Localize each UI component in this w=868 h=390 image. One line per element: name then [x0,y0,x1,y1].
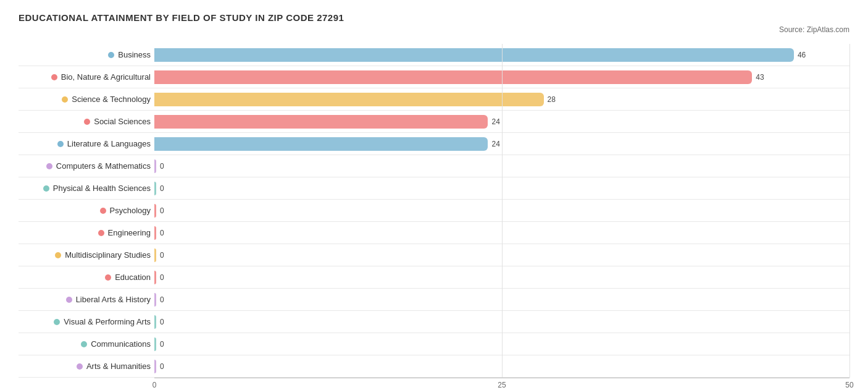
bar-label-text: Psychology [110,206,151,216]
bar-row: Literature & Languages24 [19,133,849,155]
bar-fill [154,93,544,106]
bar-label-text: Engineering [108,228,151,238]
chart-area: Business46Bio, Nature & Agricultural43Sc… [19,44,849,378]
color-dot [46,163,52,169]
bar-fill [154,315,156,329]
color-dot [57,141,64,147]
color-dot [55,252,61,258]
color-dot [98,230,104,236]
bar-label: Bio, Nature & Agricultural [19,72,154,82]
bar-row: Communications0 [19,333,849,355]
bar-row: Social Sciences24 [19,111,849,133]
bar-track: 0 [154,222,849,244]
bar-label-text: Literature & Languages [67,139,151,149]
bar-fill [154,137,488,151]
bar-row: Computers & Mathematics0 [19,155,849,177]
bar-label-text: Bio, Nature & Agricultural [61,72,151,82]
bar-track: 46 [154,44,849,66]
bar-label: Science & Technology [19,95,154,104]
bar-value-label: 0 [160,162,164,171]
bar-fill [154,337,156,351]
bar-row: Bio, Nature & Agricultural43 [19,66,849,88]
bar-label-text: Business [118,50,151,60]
bar-row: Liberal Arts & History0 [19,289,849,311]
bar-label: Psychology [19,206,154,216]
bar-label: Computers & Mathematics [19,161,154,171]
bar-track: 0 [154,200,849,221]
color-dot [100,208,106,214]
chart-container: EDUCATIONAL ATTAINMENT BY FIELD OF STUDY… [19,12,849,390]
bar-row: Psychology0 [19,200,849,222]
bar-fill [154,204,156,218]
color-dot [81,341,87,347]
color-dot [54,319,60,325]
bar-fill [154,226,156,240]
x-axis-tick: 50 [845,381,853,389]
bar-row: Multidisciplinary Studies0 [19,244,849,266]
color-dot [108,52,114,58]
bar-value-label: 0 [160,340,164,349]
color-dot [84,119,90,125]
bar-track: 0 [154,311,849,333]
bar-value-label: 28 [548,95,556,104]
bar-track: 28 [154,88,849,110]
bar-fill [154,48,794,62]
bar-row: Business46 [19,44,849,66]
bar-label: Engineering [19,228,154,238]
bar-label: Business [19,50,154,60]
bar-fill [154,182,156,195]
bar-row: Physical & Health Sciences0 [19,177,849,200]
bar-value-label: 46 [798,51,806,59]
bar-row: Visual & Performing Arts0 [19,311,849,333]
bar-row: Engineering0 [19,222,849,244]
bar-fill [154,248,156,262]
bar-value-label: 0 [160,273,164,282]
x-axis-tick: 25 [498,381,506,389]
bar-fill [154,360,156,373]
bar-value-label: 43 [756,73,764,82]
color-dot [51,74,57,80]
bar-track: 0 [154,333,849,355]
bar-value-label: 0 [160,229,164,237]
bar-value-label: 0 [160,251,164,260]
bar-label-text: Communications [91,339,151,349]
bar-value-label: 0 [160,318,164,326]
bar-fill [154,159,156,173]
bar-track: 24 [154,133,849,155]
bar-track: 43 [154,66,849,88]
bar-label: Multidisciplinary Studies [19,250,154,260]
bar-track: 24 [154,111,849,132]
bar-label-text: Arts & Humanities [86,362,151,371]
chart-title: EDUCATIONAL ATTAINMENT BY FIELD OF STUDY… [19,12,849,23]
bar-label: Visual & Performing Arts [19,317,154,327]
bar-label-text: Physical & Health Sciences [53,184,151,193]
bar-label: Liberal Arts & History [19,295,154,305]
bar-label: Communications [19,339,154,349]
bar-label: Literature & Languages [19,139,154,149]
bar-value-label: 0 [160,206,164,215]
bar-track: 0 [154,266,849,288]
bar-track: 0 [154,355,849,377]
color-dot [105,274,111,281]
bar-label: Education [19,273,154,282]
bar-label-text: Science & Technology [72,95,151,104]
color-dot [77,363,83,370]
bar-track: 0 [154,177,849,199]
color-dot [66,297,72,303]
bar-fill [154,70,752,84]
bar-track: 0 [154,155,849,177]
bar-fill [154,271,156,284]
bar-value-label: 24 [491,117,499,126]
bar-value-label: 0 [160,184,164,193]
x-axis-tick: 0 [152,381,157,389]
bar-fill [154,293,156,307]
color-dot [43,185,49,192]
bar-fill [154,115,488,129]
bar-label: Social Sciences [19,117,154,127]
bar-row: Science & Technology28 [19,88,849,111]
bar-track: 0 [154,289,849,310]
bar-track: 0 [154,244,849,266]
bar-label: Arts & Humanities [19,362,154,371]
bar-row: Education0 [19,266,849,289]
bar-label: Physical & Health Sciences [19,184,154,193]
